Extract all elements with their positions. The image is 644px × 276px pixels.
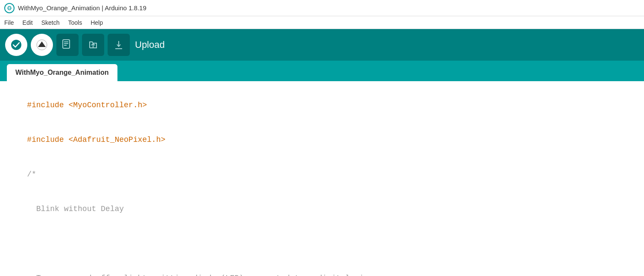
- comment-open: /*: [27, 170, 36, 179]
- comment-turns: Turns on and off a light emitting diode …: [27, 274, 373, 276]
- new-button[interactable]: [56, 34, 79, 56]
- save-file-icon: [112, 38, 125, 51]
- verify-button[interactable]: [5, 34, 27, 56]
- tab-active[interactable]: WithMyo_Orange_Animation: [7, 64, 117, 81]
- tabs-area: WithMyo_Orange_Animation: [0, 61, 644, 81]
- code-line-6: Turns on and off a light emitting diode …: [9, 261, 635, 276]
- open-file-icon: [87, 38, 100, 51]
- upload-button[interactable]: [31, 34, 53, 56]
- menu-help[interactable]: Help: [91, 19, 103, 26]
- comment-blink: Blink without Delay: [27, 205, 124, 213]
- code-line-2: #include <Adafruit_NeoPixel.h>: [9, 123, 635, 157]
- include-1: #include <MyoController.h>: [27, 101, 147, 109]
- code-line-3: /*: [9, 157, 635, 192]
- arduino-logo-icon: [4, 3, 15, 13]
- checkmark-icon: [11, 39, 22, 50]
- title-bar: WithMyo_Orange_Animation | Arduino 1.8.1…: [0, 0, 644, 16]
- svg-point-0: [5, 3, 14, 13]
- code-editor[interactable]: #include <MyoController.h> #include <Ada…: [0, 81, 644, 276]
- code-line-1: #include <MyoController.h>: [9, 88, 635, 123]
- toolbar: Upload: [0, 29, 644, 61]
- code-line-5: [9, 226, 635, 261]
- menu-sketch[interactable]: Sketch: [41, 19, 60, 26]
- upload-arrow-icon: [36, 39, 47, 50]
- new-file-icon: [61, 38, 74, 51]
- svg-point-1: [11, 40, 21, 50]
- save-button[interactable]: [108, 34, 130, 56]
- menu-edit[interactable]: Edit: [23, 19, 33, 26]
- tab-label: WithMyo_Orange_Animation: [15, 69, 109, 76]
- menu-bar: File Edit Sketch Tools Help: [0, 16, 644, 29]
- include-2: #include <Adafruit_NeoPixel.h>: [27, 135, 165, 144]
- menu-file[interactable]: File: [4, 19, 14, 26]
- code-line-4: Blink without Delay: [9, 192, 635, 226]
- window-title: WithMyo_Orange_Animation | Arduino 1.8.1…: [18, 4, 146, 12]
- menu-tools[interactable]: Tools: [68, 19, 82, 26]
- open-button[interactable]: [82, 34, 104, 56]
- upload-label: Upload: [135, 39, 165, 50]
